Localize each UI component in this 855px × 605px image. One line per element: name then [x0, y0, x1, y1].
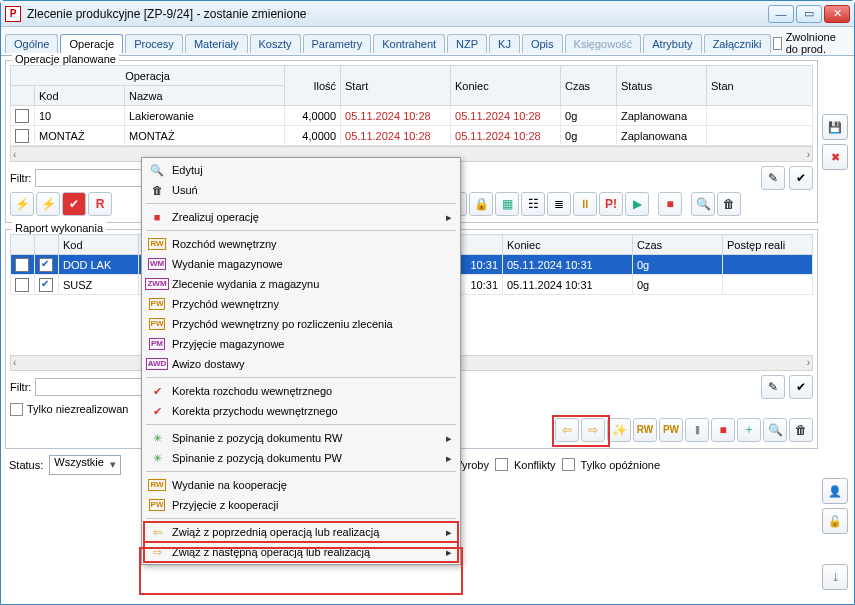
tab-procesy[interactable]: Procesy — [125, 34, 183, 53]
col-status[interactable]: Status — [617, 66, 707, 106]
status-select[interactable]: Wszystkie — [49, 455, 121, 475]
tab-ogolne[interactable]: Ogólne — [5, 34, 58, 53]
menu-item[interactable]: RWWydanie na kooperację — [144, 475, 458, 495]
col-czas[interactable]: Czas — [561, 66, 617, 106]
columns-icon[interactable]: ⦀ — [685, 418, 709, 442]
menu-item[interactable]: 🗑Usuń — [144, 180, 458, 200]
tab-koszty[interactable]: Koszty — [250, 34, 301, 53]
pw-icon[interactable]: PW — [659, 418, 683, 442]
minimize-button[interactable]: — — [768, 5, 794, 23]
wand-icon[interactable]: ✨ — [607, 418, 631, 442]
menu-item[interactable]: ✔Korekta przychodu wewnętrznego — [144, 401, 458, 421]
col-koniec[interactable]: Koniec — [451, 66, 561, 106]
col-ilosc[interactable]: Ilość — [285, 66, 341, 106]
bolt2-icon[interactable]: ⚡ — [36, 192, 60, 216]
r-filter-toggle-icon[interactable]: ✔ — [789, 375, 813, 399]
menu-item[interactable]: PWPrzychód wewnętrzny po rozliczeniu zle… — [144, 314, 458, 334]
tab-parametry[interactable]: Parametry — [303, 34, 372, 53]
user-add-icon[interactable]: 👤 — [822, 478, 848, 504]
report-filter-input[interactable] — [35, 378, 155, 396]
filter-edit-icon[interactable]: ✎ — [761, 166, 785, 190]
menu-item[interactable]: ⇦Zwiąż z poprzednią operacją lub realiza… — [144, 522, 458, 542]
tab-opis[interactable]: Opis — [522, 34, 563, 53]
tab-ksiegowosc[interactable]: Księgowość — [565, 34, 642, 53]
menu-item[interactable]: PWPrzychód wewnętrzny — [144, 294, 458, 314]
save-button[interactable]: 💾 — [822, 114, 848, 140]
export-icon[interactable]: ⤓ — [822, 564, 848, 590]
stop2-icon[interactable]: ■ — [711, 418, 735, 442]
menu-item[interactable]: PMPrzyjęcie magazynowe — [144, 334, 458, 354]
menu-item[interactable]: ✳Spinanie z pozycją dokumentu RW▸ — [144, 428, 458, 448]
r-icon[interactable]: R — [88, 192, 112, 216]
check-red-icon[interactable]: ✔ — [62, 192, 86, 216]
unlock-icon[interactable]: 🔓 — [822, 508, 848, 534]
menu-item[interactable]: ✳Spinanie z pozycją dokumentu PW▸ — [144, 448, 458, 468]
r-row-check[interactable] — [39, 278, 53, 292]
tab-operacje[interactable]: Operacje — [60, 34, 123, 53]
tab-kontrahent[interactable]: Kontrahent — [373, 34, 445, 53]
r-row-box[interactable] — [15, 278, 29, 292]
col-chk[interactable] — [11, 86, 35, 106]
trash-icon[interactable]: 🗑 — [717, 192, 741, 216]
search2-icon[interactable]: 🔍 — [763, 418, 787, 442]
rcol-koniec[interactable]: Koniec — [503, 235, 633, 255]
gantt-icon[interactable]: ☷ — [521, 192, 545, 216]
opoznione-check[interactable] — [562, 458, 575, 471]
stop-icon[interactable]: ■ — [658, 192, 682, 216]
list-icon[interactable]: ≣ — [547, 192, 571, 216]
tab-nzp[interactable]: NZP — [447, 34, 487, 53]
col-nazwa[interactable]: Nazwa — [125, 86, 285, 106]
planned-filter-input[interactable] — [35, 169, 155, 187]
menu-item[interactable]: 🔍Edytuj — [144, 160, 458, 180]
menu-item[interactable]: PWPrzyjęcie z kooperacji — [144, 495, 458, 515]
menu-item[interactable]: ZWMZlecenie wydania z magazynu — [144, 274, 458, 294]
planned-grid[interactable]: Operacja Ilość Start Koniec Czas Status … — [10, 65, 813, 146]
tab-zalaczniki[interactable]: Załączniki — [704, 34, 771, 53]
menu-item[interactable]: ✔Korekta rozchodu wewnętrznego — [144, 381, 458, 401]
menu-item-label: Zlecenie wydania z magazynu — [172, 278, 319, 290]
link-next-icon[interactable]: ⇨ — [581, 418, 605, 442]
bolt-icon[interactable]: ⚡ — [10, 192, 34, 216]
tab-atrybuty[interactable]: Atrybuty — [643, 34, 701, 53]
rcol-kod[interactable]: Kod — [59, 235, 139, 255]
rw-tag-icon: RW — [148, 477, 166, 493]
r-row-check[interactable] — [39, 258, 53, 272]
rcol-czas[interactable]: Czas — [633, 235, 723, 255]
rw-icon[interactable]: RW — [633, 418, 657, 442]
lock-icon[interactable]: 🔒 — [469, 192, 493, 216]
add-icon[interactable]: ＋ — [737, 418, 761, 442]
play-icon[interactable]: ▶ — [625, 192, 649, 216]
alert-icon[interactable]: P! — [599, 192, 623, 216]
r-row-box[interactable] — [15, 258, 29, 272]
link-prev-icon[interactable]: ⇦ — [555, 418, 579, 442]
trash2-icon[interactable]: 🗑 — [789, 418, 813, 442]
r-filter-edit-icon[interactable]: ✎ — [761, 375, 785, 399]
menu-item[interactable]: WMWydanie magazynowe — [144, 254, 458, 274]
col-start[interactable]: Start — [341, 66, 451, 106]
pause-icon[interactable]: ⏸ — [573, 192, 597, 216]
maximize-button[interactable]: ▭ — [796, 5, 822, 23]
col-stan[interactable]: Stan — [707, 66, 813, 106]
release-checkbox[interactable] — [773, 37, 782, 50]
planned-row[interactable]: 10 Lakierowanie 4,0000 05.11.2024 10:28 … — [11, 106, 813, 126]
context-menu[interactable]: 🔍Edytuj🗑Usuń■Zrealizuj operację▸RWRozchó… — [141, 157, 461, 565]
menu-item[interactable]: AWDAwizo dostawy — [144, 354, 458, 374]
menu-icon: ⇦ — [148, 524, 166, 540]
row-check[interactable] — [15, 129, 29, 143]
planned-row[interactable]: MONTAŻ MONTAŻ 4,0000 05.11.2024 10:28 05… — [11, 126, 813, 146]
menu-item[interactable]: ⇨Zwiąż z następną operacją lub realizacj… — [144, 542, 458, 562]
filter-toggle-icon[interactable]: ✔ — [789, 166, 813, 190]
konflikty-check[interactable] — [495, 458, 508, 471]
sheet-icon[interactable]: ▦ — [495, 192, 519, 216]
only-unrealized-check[interactable] — [10, 403, 23, 416]
col-kod[interactable]: Kod — [35, 86, 125, 106]
close-button[interactable]: ✕ — [824, 5, 850, 23]
tab-kj[interactable]: KJ — [489, 34, 520, 53]
rcol-post[interactable]: Postęp reali — [723, 235, 813, 255]
menu-item[interactable]: ■Zrealizuj operację▸ — [144, 207, 458, 227]
cancel-big-button[interactable]: ✖ — [822, 144, 848, 170]
tab-materialy[interactable]: Materiały — [185, 34, 248, 53]
menu-item[interactable]: RWRozchód wewnętrzny — [144, 234, 458, 254]
row-check[interactable] — [15, 109, 29, 123]
search-icon[interactable]: 🔍 — [691, 192, 715, 216]
